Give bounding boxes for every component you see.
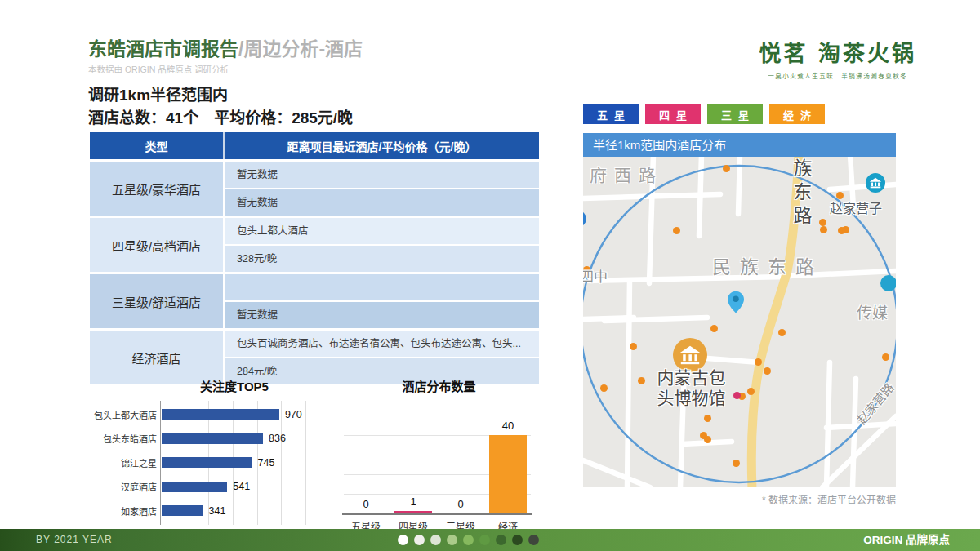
hotel-dot [755, 358, 762, 366]
hbar-row: 汉庭酒店541 [88, 475, 325, 499]
hbar-bar [162, 433, 263, 444]
page-title-secondary: /周边分析-酒店 [238, 38, 363, 60]
table-detail-column: 暂无数据暂无数据 [225, 162, 539, 216]
map-canvas: 府西路四中民族东路族东路赵家营子传媒内蒙古包头博物馆赵家营路 [583, 157, 896, 487]
hbar-value-label: 745 [258, 457, 275, 469]
legend-chip-三星[interactable]: 三星 [707, 104, 763, 124]
hotel-dot [638, 377, 645, 384]
map-label: 传媒 [857, 300, 888, 322]
summary-line-1: 调研1km半径范围内 [88, 82, 228, 104]
footer-brand: ORIGIN 品牌原点 [863, 529, 950, 551]
table-detail-cell: 暂无数据 [225, 162, 539, 188]
progress-dot [512, 535, 523, 545]
hotel-dot [723, 165, 730, 172]
map-label: 内蒙古包头博物馆 [653, 367, 730, 408]
hotel-distribution-chart: 酒店分布数量 0五星级1四星级0三星级40经济 [339, 377, 539, 528]
map-legend: 五星四星三星经济 [583, 104, 825, 124]
hotel-dot [630, 343, 637, 350]
table-header-detail: 距离项目最近酒店/平均价格（元/晚） [225, 132, 539, 159]
data-source-note: * 数据来源：酒店平台公开数据 [762, 492, 896, 506]
table-detail-column: 暂无数据 [225, 274, 539, 328]
hbar-category-label: 包头上都大酒店 [88, 408, 162, 421]
map-title-bar: 半径1km范围内酒店分布 [583, 133, 896, 157]
hotel-dot [704, 436, 711, 443]
brand-logo: 悦茗 淘茶火锅 一桌小火煮人生五味 半锅沸汤涮春夏秋冬 [760, 36, 916, 80]
hotel-dot [820, 226, 827, 233]
legend-chip-四星[interactable]: 四星 [645, 104, 701, 124]
hotel-table-body: 五星级/豪华酒店暂无数据暂无数据四星级/高档酒店包头上都大酒店328元/晚三星级… [90, 159, 539, 384]
table-detail-cell: 暂无数据 [225, 188, 539, 216]
vbar-value-label: 0 [348, 498, 384, 510]
hotel-dot [600, 384, 608, 392]
table-header-type: 类型 [90, 132, 225, 159]
page-title-primary: 东皓酒店市调报告 [88, 38, 238, 60]
hbar-category-label: 汉庭酒店 [88, 480, 162, 493]
hbar-row: 包头东皓酒店836 [88, 427, 325, 451]
footer-progress-dots [398, 535, 539, 545]
map-label: 族东路 [787, 158, 815, 229]
hbar-value-label: 836 [269, 433, 286, 444]
hbar-value-label: 970 [285, 409, 302, 420]
table-row: 经济酒店包头百诚商务酒店、布达途名宿公寓、包头布达途公寓、包头...284元/晚 [90, 328, 539, 384]
attention-chart-title: 关注度TOP5 [116, 377, 353, 394]
hbar-row: 锦江之星745 [88, 451, 325, 474]
hotel-dot [733, 460, 740, 467]
brand-logo-tagline: 一桌小火煮人生五味 半锅沸汤涮春夏秋冬 [760, 71, 916, 80]
table-type-cell: 三星级/舒适酒店 [90, 274, 225, 328]
hotel-dot [778, 329, 786, 336]
table-detail-cell [225, 274, 539, 300]
hbar-row: 如家酒店341 [88, 499, 325, 522]
table-row: 四星级/高档酒店包头上都大酒店328元/晚 [90, 216, 539, 272]
table-detail-cell: 暂无数据 [225, 300, 539, 328]
table-row: 三星级/舒适酒店暂无数据 [90, 272, 539, 328]
hotel-dot [710, 325, 718, 332]
progress-dot [430, 535, 441, 545]
vbar-bar [394, 511, 432, 513]
progress-dot [479, 535, 490, 545]
hotel-dot [733, 392, 741, 399]
page-subtitle: 本数据由 ORIGIN 品牌原点 调研分析 [88, 63, 363, 75]
table-detail-cell: 包头上都大酒店 [225, 218, 539, 244]
hbar-category-label: 包头东皓酒店 [88, 432, 162, 445]
map-label: 府西路 [590, 162, 663, 186]
hotel-dot [673, 227, 680, 234]
footer-bar: BY 2021 YEAR ORIGIN 品牌原点 [0, 529, 980, 551]
station-icon [866, 173, 885, 193]
hotel-table: 类型 距离项目最近酒店/平均价格（元/晚） 五星级/豪华酒店暂无数据暂无数据四星… [90, 132, 539, 384]
attention-top5-chart: 关注度TOP5 包头上都大酒店970包头东皓酒店836锦江之星745汉庭酒店54… [88, 377, 325, 528]
vbar-bar [489, 435, 527, 513]
table-row: 五星级/豪华酒店暂无数据暂无数据 [90, 159, 539, 216]
table-detail-cell: 包头百诚商务酒店、布达途名宿公寓、包头布达途公寓、包头... [225, 331, 539, 357]
distribution-chart-title: 酒店分布数量 [339, 377, 539, 394]
progress-dot [398, 535, 408, 545]
title-block: 东皓酒店市调报告/周边分析-酒店 本数据由 ORIGIN 品牌原点 调研分析 [88, 38, 363, 75]
progress-dot [447, 535, 457, 545]
progress-dot [463, 535, 474, 545]
map-label: 赵家营子 [830, 198, 882, 217]
progress-dot [496, 535, 506, 545]
hbar-category-label: 如家酒店 [88, 504, 162, 518]
map-label: 四中 [583, 265, 608, 286]
legend-chip-经济[interactable]: 经济 [769, 104, 825, 124]
hotel-dot [747, 388, 755, 395]
hotel-dot [882, 353, 889, 361]
table-detail-column: 包头上都大酒店328元/晚 [225, 218, 539, 272]
hotel-table-header: 类型 距离项目最近酒店/平均价格（元/晚） [90, 132, 539, 159]
x-axis-line [342, 513, 532, 515]
hbar-bar [162, 482, 227, 492]
hbar-bar [162, 505, 203, 516]
distribution-chart-plot: 0五星级1四星级0三星级40经济 [339, 396, 539, 527]
poi-icon [880, 275, 896, 291]
legend-chip-五星[interactable]: 五星 [583, 104, 639, 124]
hbar-value-label: 341 [209, 505, 226, 517]
vbar-value-label: 40 [490, 420, 526, 432]
hbar-bar [162, 409, 279, 420]
progress-dot [528, 535, 539, 545]
report-slide: 东皓酒店市调报告/周边分析-酒店 本数据由 ORIGIN 品牌原点 调研分析 悦… [0, 0, 980, 551]
vbar-value-label: 0 [443, 498, 479, 510]
hotel-dot [819, 219, 826, 226]
brand-logo-name: 悦茗 淘茶火锅 [760, 36, 916, 68]
page-title: 东皓酒店市调报告/周边分析-酒店 [88, 38, 363, 60]
footer-year: BY 2021 YEAR [36, 529, 113, 551]
hotel-dot [704, 415, 711, 422]
